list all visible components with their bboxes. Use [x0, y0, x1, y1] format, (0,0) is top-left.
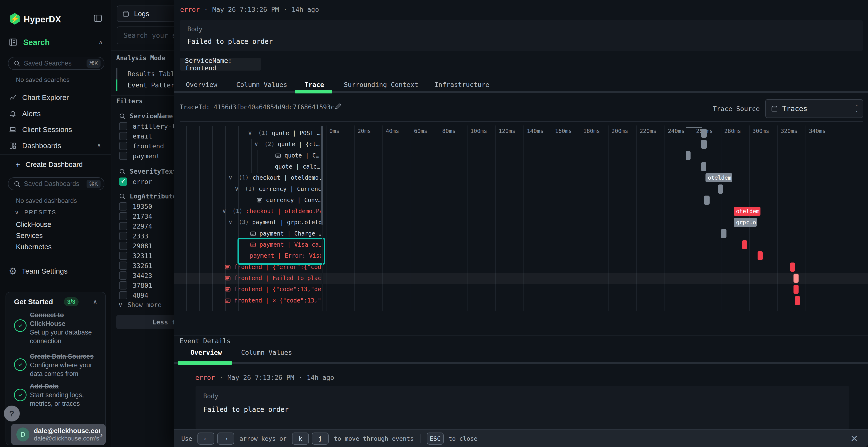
team-settings-button[interactable]: ⚙ Team Settings [9, 266, 67, 276]
trace-row[interactable]: ∨(2)quote | {cl… [174, 139, 868, 150]
esc-key[interactable]: ESC [427, 433, 444, 445]
chevron-up-icon[interactable]: ∨ [93, 299, 97, 306]
saved-dashboards-input[interactable]: Saved Dashboards ⌘K [8, 177, 104, 190]
trace-row-label[interactable]: frontend | {"code":13,"det… [234, 286, 321, 293]
help-button[interactable]: ? [4, 406, 20, 421]
span-bar[interactable] [701, 162, 706, 171]
filter-option-22974[interactable]: 22974 [119, 222, 152, 230]
trace-row[interactable]: quote | calc… [174, 161, 868, 172]
checkbox[interactable] [119, 142, 127, 150]
checkbox[interactable] [119, 271, 127, 280]
trace-row[interactable]: frontend | Failed to place… [174, 273, 868, 284]
checkbox[interactable] [119, 262, 127, 270]
analysis-mode-results-table[interactable]: Results Table [116, 68, 179, 79]
span-bar[interactable] [790, 263, 795, 272]
span-bar[interactable] [686, 151, 690, 160]
span-bar[interactable]: grpc.o [734, 218, 757, 227]
trace-row-label[interactable]: frontend | Failed to place… [234, 275, 321, 281]
get-started-item-title[interactable]: Connect to ClickHouse [30, 311, 65, 328]
checkbox[interactable] [119, 152, 127, 160]
chevron-down-icon[interactable]: ∨ [254, 141, 258, 147]
j-key[interactable]: j [312, 433, 329, 445]
sidebar-item-client-sessions[interactable]: Client Sessions [0, 122, 111, 137]
span-bar[interactable] [795, 296, 800, 305]
filter-option-34423[interactable]: 34423 [119, 271, 152, 280]
trace-row[interactable]: frontend | {"code":13,"det… [174, 284, 868, 295]
service-name-tag[interactable]: ServiceName: frontend [180, 58, 261, 71]
filter-option-4894[interactable]: 4894 [119, 291, 148, 299]
filter-option-33261[interactable]: 33261 [119, 262, 152, 270]
trace-row-label[interactable]: payment | grpc.oteld… [252, 219, 321, 226]
show-more-button[interactable]: ∨ Show more [118, 301, 161, 309]
sidebar-item-chart-explorer[interactable]: Chart Explorer [0, 90, 111, 105]
trace-row[interactable]: ∨(1)checkout | oteldemo.Pa…oteldem [174, 206, 868, 217]
saved-searches-input[interactable]: Saved Searches ⌘K [8, 57, 104, 70]
sidebar-item-dashboards[interactable]: Dashboards∨ [0, 138, 111, 153]
span-bar[interactable] [718, 184, 723, 194]
collapse-sidebar-icon[interactable] [93, 13, 103, 23]
span-bar[interactable] [794, 285, 798, 294]
filter-option-error[interactable]: error [119, 177, 152, 186]
checkbox[interactable] [119, 222, 127, 230]
span-bar[interactable] [704, 196, 710, 205]
arrow-left-key[interactable]: ← [197, 433, 214, 445]
arrow-right-key[interactable]: → [217, 433, 234, 445]
filter-group-servicename[interactable]: ServiceName [119, 112, 173, 120]
search-section-header[interactable]: Search [8, 38, 50, 47]
trace-row[interactable]: payment | Charge … [174, 228, 868, 239]
chevron-up-icon[interactable]: ∨ [97, 142, 101, 149]
close-icon[interactable]: ✕ [850, 433, 858, 444]
filter-option-29081[interactable]: 29081 [119, 242, 152, 250]
user-account-chip[interactable]: D dale@clickhouse.com dale@clickhouse.co… [11, 424, 105, 445]
trace-row-label[interactable]: checkout | oteldemo.… [252, 174, 321, 181]
chevron-down-icon[interactable]: ∨ [235, 185, 239, 192]
k-key[interactable]: k [292, 433, 309, 445]
checkbox[interactable] [119, 281, 127, 289]
trace-row-label[interactable]: quote | C… [284, 152, 319, 159]
event-details-tab-overview[interactable]: Overview [190, 349, 222, 356]
trace-row-label[interactable]: currency | Currenc… [259, 186, 321, 193]
trace-row[interactable]: currency | Conv… [174, 195, 868, 206]
checkbox[interactable] [119, 252, 127, 260]
checkbox[interactable] [119, 232, 127, 240]
trace-row[interactable]: frontend | × {"code":13,"d… [174, 295, 868, 306]
trace-row[interactable]: ∨(1)quote | POST … [174, 128, 868, 139]
trace-row-label[interactable]: payment | Charge … [259, 230, 321, 237]
span-bar[interactable] [721, 229, 726, 238]
edit-trace-id-icon[interactable] [334, 102, 342, 110]
sidebar-item-alerts[interactable]: Alerts [0, 106, 111, 121]
sidebar-preset-services[interactable]: Services [16, 232, 43, 240]
sidebar-preset-clickhouse[interactable]: ClickHouse [16, 220, 51, 229]
tab-surrounding-context[interactable]: Surrounding Context [344, 81, 418, 89]
event-details-tab-column-values[interactable]: Column Values [241, 349, 292, 356]
trace-row[interactable]: ∨(1)currency | Currenc… [174, 183, 868, 195]
trace-source-dropdown[interactable]: Traces ⌃⌄ [765, 99, 863, 118]
trace-row[interactable]: ∨(3)payment | grpc.oteld…grpc.o [174, 217, 868, 228]
sidebar-preset-kubernetes[interactable]: Kubernetes [16, 243, 52, 251]
checkbox[interactable] [119, 242, 127, 250]
trace-row-label[interactable]: quote | calc… [275, 163, 320, 170]
trace-row-label[interactable]: checkout | oteldemo.Pa… [246, 208, 321, 215]
chevron-down-icon[interactable]: ∨ [228, 219, 233, 226]
presets-header[interactable]: ∨ PRESETS [14, 209, 56, 216]
waterfall-scrollbar-thumb[interactable] [321, 126, 323, 225]
filter-option-32311[interactable]: 32311 [119, 252, 152, 260]
span-bar[interactable] [701, 129, 707, 138]
checkbox-checked[interactable] [119, 177, 127, 186]
checkbox[interactable] [119, 202, 127, 210]
tab-column-values[interactable]: Column Values [236, 81, 287, 89]
tab-overview[interactable]: Overview [186, 81, 217, 89]
filter-option-payment[interactable]: payment [119, 152, 160, 160]
chevron-down-icon[interactable]: ∨ [222, 208, 226, 214]
tab-trace[interactable]: Trace [305, 81, 324, 89]
span-bar[interactable] [742, 240, 747, 249]
trace-row-label[interactable]: quote | POST … [272, 130, 320, 137]
chevron-up-icon[interactable]: ∨ [98, 39, 103, 46]
checkbox[interactable] [119, 212, 127, 220]
filter-option-2333[interactable]: 2333 [119, 232, 148, 240]
checkbox[interactable] [119, 291, 127, 299]
filter-option-21734[interactable]: 21734 [119, 212, 152, 220]
span-bar[interactable]: oteldem [706, 173, 732, 182]
span-bar[interactable] [701, 140, 707, 149]
filter-group-severitytext[interactable]: SeverityText [119, 168, 177, 175]
